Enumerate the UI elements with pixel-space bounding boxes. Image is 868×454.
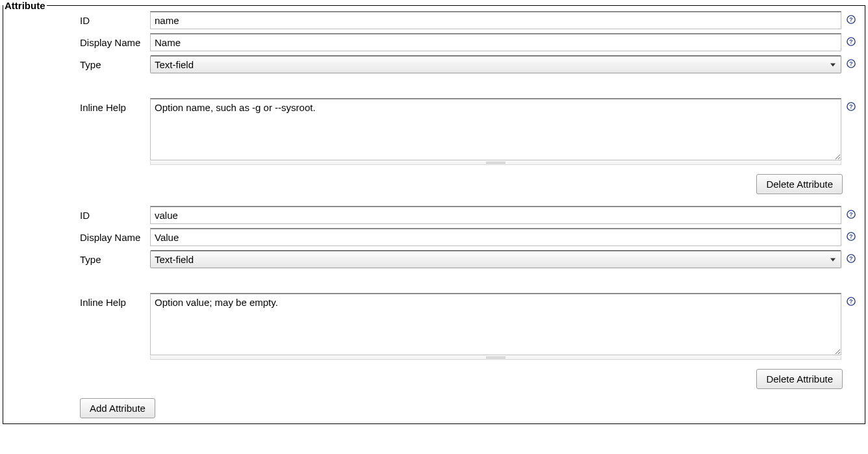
attr1-displayname-row: Display Name ? bbox=[80, 228, 856, 246]
label-display-name: Display Name bbox=[80, 33, 150, 48]
label-id: ID bbox=[80, 206, 150, 221]
add-attribute-button[interactable]: Add Attribute bbox=[80, 398, 155, 418]
chevron-down-icon bbox=[830, 63, 836, 66]
attr0-type-row: Type Text-field ? bbox=[80, 55, 856, 73]
section-title: Attribute bbox=[3, 0, 47, 11]
label-inline-help: Inline Help bbox=[80, 293, 150, 308]
help-icon[interactable]: ? bbox=[844, 206, 856, 219]
svg-text:?: ? bbox=[849, 211, 852, 218]
attr0-id-row: ID ? bbox=[80, 11, 856, 29]
attr1-id-row: ID ? bbox=[80, 206, 856, 224]
attr1-id-input[interactable] bbox=[150, 206, 841, 224]
attr1-type-value: Text-field bbox=[155, 254, 194, 265]
attr1-displayname-input[interactable] bbox=[150, 228, 841, 246]
help-icon[interactable]: ? bbox=[844, 228, 856, 241]
svg-text:?: ? bbox=[849, 255, 852, 262]
help-icon[interactable]: ? bbox=[844, 11, 856, 24]
svg-text:?: ? bbox=[849, 60, 852, 67]
help-icon[interactable]: ? bbox=[844, 33, 856, 46]
svg-text:?: ? bbox=[849, 103, 852, 110]
attr1-delete-button[interactable]: Delete Attribute bbox=[756, 369, 843, 389]
attr1-inlinehelp-row: Inline Help ? bbox=[80, 293, 856, 360]
label-inline-help: Inline Help bbox=[80, 98, 150, 113]
help-icon[interactable]: ? bbox=[844, 55, 856, 68]
help-icon[interactable]: ? bbox=[844, 98, 856, 111]
svg-text:?: ? bbox=[849, 233, 852, 240]
splitter-handle[interactable] bbox=[150, 161, 841, 165]
attr1-type-row: Type Text-field ? bbox=[80, 250, 856, 268]
label-id: ID bbox=[80, 11, 150, 26]
attr0-displayname-input[interactable] bbox=[150, 33, 841, 51]
attr0-displayname-row: Display Name ? bbox=[80, 33, 856, 51]
help-icon[interactable]: ? bbox=[844, 250, 856, 263]
splitter-handle[interactable] bbox=[150, 356, 841, 360]
attr0-type-select[interactable]: Text-field bbox=[150, 55, 841, 73]
attr1-type-select[interactable]: Text-field bbox=[150, 250, 841, 268]
attr1-inlinehelp-textarea[interactable] bbox=[150, 293, 841, 355]
attribute-fieldset: Attribute ID ? Display Name ? Type bbox=[3, 0, 865, 424]
svg-text:?: ? bbox=[849, 16, 852, 23]
attr0-inlinehelp-row: Inline Help ? bbox=[80, 98, 856, 165]
attr0-id-input[interactable] bbox=[150, 11, 841, 29]
attr0-type-value: Text-field bbox=[155, 59, 194, 70]
svg-text:?: ? bbox=[849, 38, 852, 45]
attr0-inlinehelp-textarea[interactable] bbox=[150, 98, 841, 160]
chevron-down-icon bbox=[830, 258, 836, 261]
attr0-delete-button[interactable]: Delete Attribute bbox=[756, 174, 843, 194]
label-type: Type bbox=[80, 55, 150, 70]
label-display-name: Display Name bbox=[80, 228, 150, 243]
label-type: Type bbox=[80, 250, 150, 265]
svg-text:?: ? bbox=[849, 298, 852, 305]
help-icon[interactable]: ? bbox=[844, 293, 856, 306]
